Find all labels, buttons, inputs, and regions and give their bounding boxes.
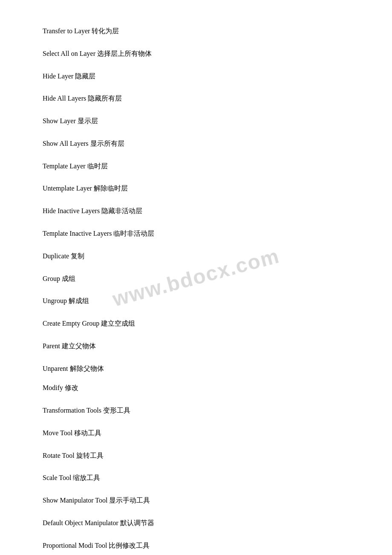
list-item-9: Template Inactive Layers 临时非活动层 bbox=[43, 228, 349, 239]
spacer-1 bbox=[43, 374, 349, 382]
list-item-8: Hide Inactive Layers 隐藏非活动层 bbox=[43, 205, 349, 217]
list-item-6: Template Layer 临时层 bbox=[43, 161, 349, 172]
list-item-5: Show All Layers 显示所有层 bbox=[43, 138, 349, 149]
list-item-11: Group 成组 bbox=[43, 273, 349, 284]
list-item-g2-2: Move Tool 移动工具 bbox=[43, 428, 349, 439]
list-item-13: Create Empty Group 建立空成组 bbox=[43, 318, 349, 329]
list-item-0: Transfer to Layer 转化为层 bbox=[43, 26, 349, 37]
list-item-g2-5: Show Manipulator Tool 显示手动工具 bbox=[43, 495, 349, 506]
list-item-g2-4: Scale Tool 缩放工具 bbox=[43, 472, 349, 483]
list-item-10: Duplicate 复制 bbox=[43, 251, 349, 262]
list-item-2: Hide Layer 隐藏层 bbox=[43, 71, 349, 82]
list-item-g2-3: Rotate Tool 旋转工具 bbox=[43, 450, 349, 461]
list-item-g2-1: Transformation Tools 变形工具 bbox=[43, 405, 349, 416]
list-item-15: Unparent 解除父物体 bbox=[43, 363, 349, 374]
list-item-g2-7: Proportional Modi Tool 比例修改工具 bbox=[43, 540, 349, 551]
list-item-g2-6: Default Object Manipulator 默认调节器 bbox=[43, 517, 349, 529]
list-item-7: Untemplate Layer 解除临时层 bbox=[43, 183, 349, 194]
list-item-4: Show Layer 显示层 bbox=[43, 116, 349, 127]
list-item-14: Parent 建立父物体 bbox=[43, 341, 349, 352]
content-list: Transfer to Layer 转化为层 Select All on Lay… bbox=[43, 26, 349, 555]
list-item-3: Hide All Layers 隐藏所有层 bbox=[43, 93, 349, 104]
list-item-12: Ungroup 解成组 bbox=[43, 295, 349, 306]
list-item-g2-0: Modify 修改 bbox=[43, 382, 349, 393]
list-item-1: Select All on Layer 选择层上所有物体 bbox=[43, 48, 349, 59]
